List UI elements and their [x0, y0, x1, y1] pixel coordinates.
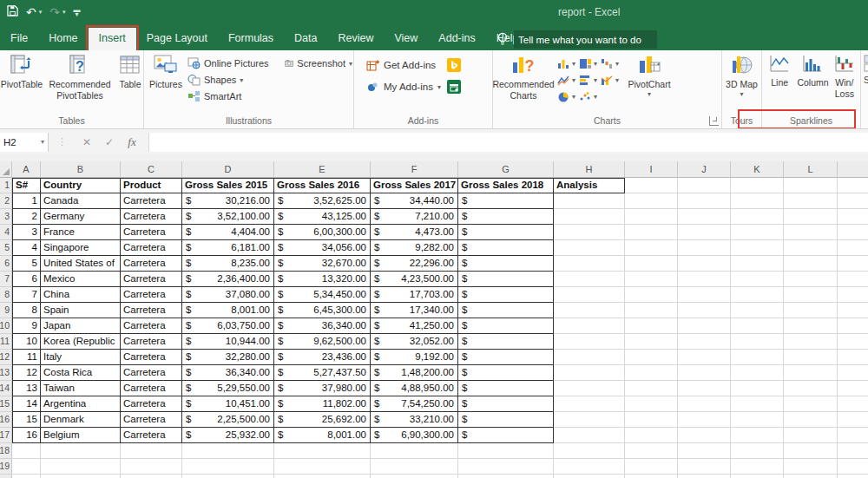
cell[interactable]	[625, 287, 678, 303]
cell[interactable]	[731, 334, 784, 350]
cell[interactable]: $	[458, 272, 554, 287]
cell[interactable]: 7	[12, 287, 41, 303]
cell[interactable]	[838, 256, 868, 272]
cell[interactable]: 4	[12, 240, 41, 256]
cell[interactable]: 14	[12, 396, 41, 412]
insert-waterfall-chart-button[interactable]: ▾	[601, 57, 619, 69]
cell[interactable]	[554, 225, 625, 240]
cell[interactable]	[625, 240, 678, 256]
cell[interactable]	[838, 318, 868, 334]
sparkline-column-button[interactable]: Column	[795, 54, 830, 88]
name-box[interactable]: H2 ▾	[0, 133, 49, 152]
cell[interactable]	[784, 396, 838, 412]
row-header[interactable]: 9	[0, 303, 12, 318]
cell[interactable]	[731, 209, 784, 225]
cell[interactable]	[784, 209, 838, 225]
cell[interactable]	[625, 193, 678, 209]
cell[interactable]	[554, 209, 625, 225]
insert-scatter-chart-button[interactable]: ▾	[579, 90, 597, 102]
cell[interactable]	[784, 365, 838, 381]
cell[interactable]: Carretera	[121, 193, 182, 209]
cell[interactable]: Korea (Republic	[41, 334, 121, 350]
cell[interactable]	[784, 303, 838, 318]
cell[interactable]	[731, 318, 784, 334]
column-header-B[interactable]: B	[41, 161, 121, 178]
row-header[interactable]: 5	[0, 240, 12, 256]
cell[interactable]: Spain	[41, 303, 121, 318]
cell[interactable]: $5,27,437.50	[274, 365, 371, 381]
cell[interactable]	[625, 318, 678, 334]
cell[interactable]	[554, 240, 625, 256]
cell[interactable]: $4,473.00	[371, 225, 458, 240]
cell[interactable]: Costa Rica	[41, 365, 121, 381]
column-header-A[interactable]: A	[12, 161, 41, 178]
tab-view[interactable]: View	[384, 28, 428, 50]
cell[interactable]: Mexico	[41, 272, 121, 287]
cell[interactable]	[784, 287, 838, 303]
customize-qat-icon[interactable]: ▬▾	[74, 8, 81, 16]
cell[interactable]: $41,250.00	[371, 318, 458, 334]
cell[interactable]: 8	[12, 303, 41, 318]
cell[interactable]	[731, 350, 784, 365]
cell[interactable]	[371, 459, 458, 475]
recommended-pivottables-button[interactable]: ? Recommended PivotTables	[43, 54, 116, 101]
cell[interactable]	[678, 178, 731, 193]
tab-add-ins[interactable]: Add-ins	[428, 28, 485, 50]
cell[interactable]: 1	[12, 193, 41, 209]
cell[interactable]	[784, 272, 838, 287]
insert-combo-chart-button[interactable]: ▾	[601, 74, 619, 86]
insert-line-chart-button[interactable]: ▾	[557, 74, 575, 86]
cell[interactable]	[731, 428, 784, 443]
cell[interactable]	[678, 240, 731, 256]
cell[interactable]: $6,45,300.00	[274, 303, 371, 318]
cell[interactable]: Product	[121, 178, 182, 193]
cell[interactable]	[731, 443, 784, 459]
row-header[interactable]: 17	[0, 428, 12, 443]
column-header-partial[interactable]	[838, 161, 868, 178]
row-header[interactable]: 20	[0, 475, 12, 478]
cell[interactable]: $	[458, 225, 554, 240]
cell[interactable]: $10,944.00	[182, 334, 274, 350]
pivottable-button[interactable]: PivotTable	[0, 54, 43, 90]
cell[interactable]	[625, 459, 678, 475]
cell[interactable]	[458, 443, 554, 459]
cell[interactable]	[121, 459, 182, 475]
cell[interactable]: $	[458, 303, 554, 318]
tell-me-box[interactable]: Tell me what you want to do	[514, 30, 657, 49]
cell[interactable]: $8,235.00	[182, 256, 274, 272]
cell[interactable]	[678, 443, 731, 459]
cell[interactable]	[678, 381, 731, 396]
cell[interactable]: $43,125.00	[274, 209, 371, 225]
row-header[interactable]: 15	[0, 396, 12, 412]
cell[interactable]: China	[41, 287, 121, 303]
cell[interactable]	[625, 428, 678, 443]
cell[interactable]	[838, 334, 868, 350]
cell[interactable]: Gross Sales 2017	[371, 178, 458, 193]
cell[interactable]: Carretera	[121, 428, 182, 443]
cell[interactable]: $9,62,500.00	[274, 334, 371, 350]
tab-page-layout[interactable]: Page Layout	[136, 28, 218, 50]
cell[interactable]: $	[458, 256, 554, 272]
cell[interactable]	[838, 225, 868, 240]
cell[interactable]	[838, 193, 868, 209]
cell[interactable]: $9,282.00	[371, 240, 458, 256]
cell[interactable]	[625, 381, 678, 396]
recommended-charts-button[interactable]: ? Recommended Charts	[493, 54, 554, 101]
cell[interactable]: Gross Sales 2015	[182, 178, 274, 193]
smartart-button[interactable]: SmartArt	[187, 89, 285, 103]
cell[interactable]: $11,802.00	[274, 396, 371, 412]
cell[interactable]	[784, 240, 838, 256]
cell[interactable]	[838, 412, 868, 428]
cell[interactable]: $32,052.00	[371, 334, 458, 350]
screenshot-button[interactable]: Screenshot ▾	[285, 56, 352, 70]
cell[interactable]: $10,451.00	[182, 396, 274, 412]
column-header-F[interactable]: F	[371, 161, 458, 178]
select-all-button[interactable]	[0, 161, 12, 178]
cell[interactable]: 15	[12, 412, 41, 428]
cell[interactable]	[731, 256, 784, 272]
tab-insert[interactable]: Insert	[89, 28, 136, 50]
row-header[interactable]: 10	[0, 318, 12, 334]
cell[interactable]	[182, 459, 274, 475]
cell[interactable]	[274, 443, 371, 459]
cell[interactable]: $33,210.00	[371, 412, 458, 428]
